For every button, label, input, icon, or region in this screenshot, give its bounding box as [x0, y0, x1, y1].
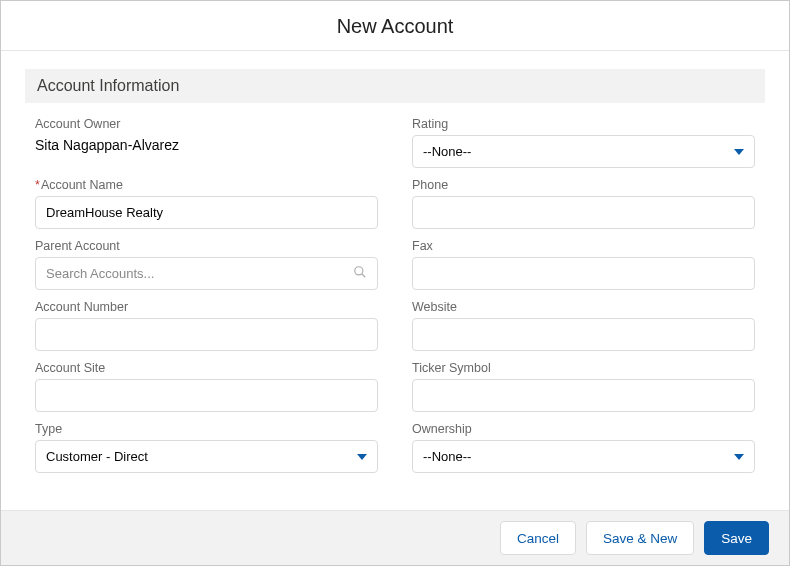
modal-footer: Cancel Save & New Save — [1, 510, 789, 565]
select-type-value: Customer - Direct — [46, 449, 148, 464]
required-indicator: * — [35, 178, 40, 192]
cancel-button[interactable]: Cancel — [500, 521, 576, 555]
field-phone: Phone — [412, 178, 755, 229]
field-account-owner: Account Owner Sita Nagappan-Alvarez — [35, 117, 378, 168]
select-rating-value: --None-- — [423, 144, 471, 159]
save-and-new-button[interactable]: Save & New — [586, 521, 694, 555]
input-account-number[interactable] — [35, 318, 378, 351]
label-account-number: Account Number — [35, 300, 378, 314]
input-website[interactable] — [412, 318, 755, 351]
label-account-owner: Account Owner — [35, 117, 378, 131]
field-fax: Fax — [412, 239, 755, 290]
new-account-modal: New Account Account Information Account … — [0, 0, 790, 566]
label-ticker-symbol: Ticker Symbol — [412, 361, 755, 375]
lookup-parent-account[interactable]: Search Accounts... — [35, 257, 378, 290]
field-website: Website — [412, 300, 755, 351]
select-ownership-value: --None-- — [423, 449, 471, 464]
modal-title: New Account — [1, 1, 789, 51]
input-fax[interactable] — [412, 257, 755, 290]
select-rating[interactable]: --None-- — [412, 135, 755, 168]
field-account-name: *Account Name — [35, 178, 378, 229]
label-parent-account: Parent Account — [35, 239, 378, 253]
input-phone[interactable] — [412, 196, 755, 229]
lookup-parent-placeholder: Search Accounts... — [46, 266, 154, 281]
chevron-down-icon — [734, 149, 744, 155]
modal-body: Account Information Account Owner Sita N… — [1, 51, 789, 510]
chevron-down-icon — [734, 454, 744, 460]
select-ownership[interactable]: --None-- — [412, 440, 755, 473]
label-phone: Phone — [412, 178, 755, 192]
chevron-down-icon — [357, 454, 367, 460]
input-account-name[interactable] — [35, 196, 378, 229]
field-type: Type Customer - Direct — [35, 422, 378, 473]
label-account-name: *Account Name — [35, 178, 378, 192]
field-account-number: Account Number — [35, 300, 378, 351]
label-type: Type — [35, 422, 378, 436]
field-rating: Rating --None-- — [412, 117, 755, 168]
label-account-site: Account Site — [35, 361, 378, 375]
label-ownership: Ownership — [412, 422, 755, 436]
field-account-site: Account Site — [35, 361, 378, 412]
svg-line-1 — [362, 274, 366, 278]
label-rating: Rating — [412, 117, 755, 131]
label-website: Website — [412, 300, 755, 314]
field-ownership: Ownership --None-- — [412, 422, 755, 473]
select-type[interactable]: Customer - Direct — [35, 440, 378, 473]
label-fax: Fax — [412, 239, 755, 253]
field-ticker-symbol: Ticker Symbol — [412, 361, 755, 412]
section-account-information: Account Information — [25, 69, 765, 103]
search-icon — [353, 265, 367, 282]
value-account-owner: Sita Nagappan-Alvarez — [35, 135, 378, 159]
save-button[interactable]: Save — [704, 521, 769, 555]
field-parent-account: Parent Account Search Accounts... — [35, 239, 378, 290]
input-account-site[interactable] — [35, 379, 378, 412]
svg-point-0 — [355, 267, 363, 275]
input-ticker-symbol[interactable] — [412, 379, 755, 412]
form-grid: Account Owner Sita Nagappan-Alvarez Rati… — [25, 117, 765, 473]
